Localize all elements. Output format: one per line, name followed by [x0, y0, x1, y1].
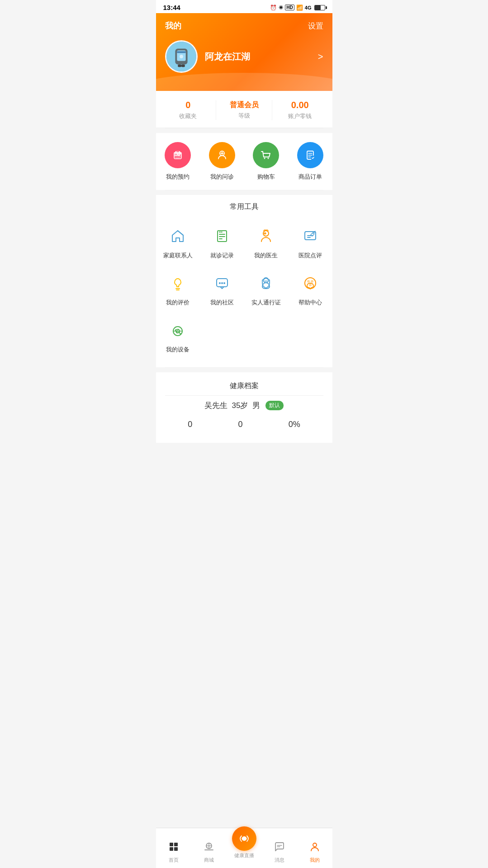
stats-row: 0 收藏夹 普通会员 等级 0.00 账户零钱 — [156, 91, 332, 128]
svg-rect-6 — [181, 64, 185, 67]
reservation-label: 我的预约 — [166, 173, 190, 181]
device-icon — [167, 319, 189, 341]
svg-point-11 — [268, 158, 269, 159]
svg-point-4 — [180, 55, 183, 58]
alarm-icon: ⏰ — [270, 5, 277, 11]
review-label: 医院点评 — [298, 251, 322, 260]
favorites-value: 0 — [185, 100, 190, 110]
svg-point-23 — [311, 280, 313, 283]
tool-family-contact[interactable]: 家庭联系人 — [156, 219, 200, 266]
tool-visit-record[interactable]: 就诊记录 — [200, 219, 244, 266]
svg-point-10 — [264, 158, 265, 159]
status-time: 13:44 — [163, 4, 180, 11]
health-stat-value-2: 0 — [238, 420, 242, 429]
tools-title: 常用工具 — [156, 195, 332, 215]
help-label: 帮助中心 — [298, 299, 322, 307]
svg-rect-3 — [177, 51, 185, 53]
hd-icon: HD — [285, 5, 294, 10]
cart-icon — [253, 142, 279, 168]
health-stat-value-1: 0 — [188, 420, 192, 429]
health-stat-3: 0% — [289, 420, 300, 429]
level-label: 等级 — [238, 112, 250, 120]
status-icons: ⏰ ✳ HD 📶 4G — [270, 5, 325, 11]
action-consultation[interactable]: 我的问诊 — [200, 142, 244, 181]
profile-banner: 我的 设置 阿龙在江湖 > — [156, 13, 332, 91]
stat-level[interactable]: 普通会员 等级 — [216, 100, 272, 120]
stat-favorites[interactable]: 0 收藏夹 — [161, 100, 216, 120]
id-icon — [255, 272, 277, 294]
banner-top: 我的 设置 — [165, 20, 323, 31]
svg-point-22 — [307, 280, 310, 283]
health-stat-1: 0 — [188, 420, 192, 429]
divider-1 — [165, 128, 323, 128]
device-label: 我的设备 — [166, 346, 190, 354]
community-icon — [211, 272, 233, 294]
settings-button[interactable]: 设置 — [308, 21, 323, 31]
tool-my-community[interactable]: 我的社区 — [200, 266, 244, 313]
consultation-label: 我的问诊 — [210, 173, 234, 181]
health-stat-value-3: 0% — [289, 420, 300, 429]
health-stat-2: 0 — [238, 420, 242, 429]
action-reservation[interactable]: 我的预约 — [156, 142, 200, 181]
health-stats-row: 0 0 0% — [156, 415, 332, 434]
tool-my-doctor[interactable]: 我的医生 — [244, 219, 289, 266]
doctor-label: 我的医生 — [254, 251, 278, 260]
tool-hospital-review[interactable]: 医院点评 — [288, 219, 332, 266]
divider-2 — [165, 190, 323, 190]
health-default-tag: 默认 — [265, 401, 284, 410]
doctor-icon — [255, 225, 277, 247]
signal-icon: 📶 — [296, 5, 303, 11]
banner-title: 我的 — [165, 20, 181, 31]
health-title: 健康档案 — [156, 372, 332, 395]
rating-label: 我的评价 — [166, 299, 190, 307]
divider-3 — [165, 367, 323, 368]
signal2-icon: 4G — [305, 5, 312, 10]
record-icon — [211, 225, 233, 247]
help-icon — [299, 272, 321, 294]
svg-point-18 — [219, 282, 221, 284]
reservation-icon — [165, 142, 191, 168]
tools-section: 常用工具 家庭联系人 — [156, 195, 332, 367]
cart-label: 购物车 — [257, 173, 275, 181]
family-icon — [167, 225, 189, 247]
tool-my-rating[interactable]: 我的评价 — [156, 266, 200, 313]
profile-info[interactable]: 阿龙在江湖 > — [165, 40, 323, 73]
consultation-icon — [209, 142, 235, 168]
balance-value: 0.00 — [291, 100, 309, 110]
svg-rect-5 — [178, 64, 181, 67]
action-orders[interactable]: 商品订单 — [288, 142, 332, 181]
id-label: 实人通行证 — [251, 299, 281, 307]
record-label: 就诊记录 — [210, 251, 234, 260]
action-cart[interactable]: 购物车 — [244, 142, 289, 181]
svg-point-24 — [309, 284, 312, 286]
balance-label: 账户零钱 — [288, 112, 312, 120]
bluetooth-icon: ✳ — [279, 5, 283, 11]
health-section: 健康档案 吴先生 35岁 男 默认 0 0 0% — [156, 372, 332, 443]
stat-balance[interactable]: 0.00 账户零钱 — [272, 100, 328, 120]
health-profile[interactable]: 吴先生 35岁 男 默认 — [156, 396, 332, 415]
family-label: 家庭联系人 — [163, 251, 193, 260]
tools-grid: 家庭联系人 就诊记录 — [156, 215, 332, 367]
tool-real-id[interactable]: 实人通行证 — [244, 266, 289, 313]
quick-actions: 我的预约 我的问诊 购物车 — [156, 133, 332, 190]
profile-name: 阿龙在江湖 — [205, 51, 311, 63]
page-content: 我的 设置 阿龙在江湖 > — [156, 13, 332, 479]
health-person-name: 吴先生 35岁 男 — [204, 400, 260, 411]
svg-point-19 — [221, 282, 223, 284]
status-bar: 13:44 ⏰ ✳ HD 📶 4G — [156, 0, 332, 13]
tool-my-device[interactable]: 我的设备 — [156, 313, 200, 360]
avatar — [165, 40, 198, 73]
orders-label: 商品订单 — [298, 173, 322, 181]
level-value: 普通会员 — [230, 100, 259, 110]
favorites-label: 收藏夹 — [179, 112, 197, 120]
review-icon — [299, 225, 321, 247]
battery-icon — [314, 5, 325, 10]
svg-point-20 — [223, 282, 225, 284]
orders-icon — [297, 142, 323, 168]
rating-icon — [167, 272, 189, 294]
community-label: 我的社区 — [210, 299, 234, 307]
tool-help-center[interactable]: 帮助中心 — [288, 266, 332, 313]
avatar-image — [166, 42, 196, 71]
profile-arrow-icon: > — [318, 52, 323, 62]
